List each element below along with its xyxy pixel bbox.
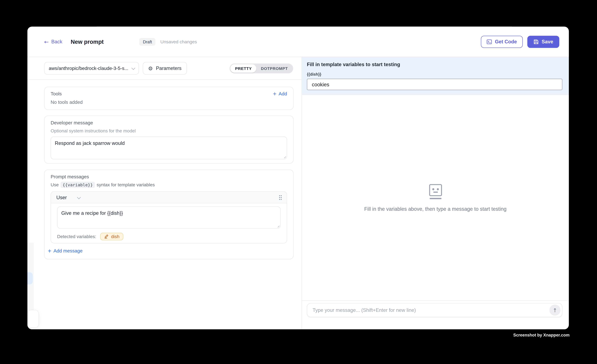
detected-variables-row: Detected variables: dish <box>57 232 281 240</box>
composer-section: ↑ <box>302 300 569 329</box>
variable-dish-input[interactable] <box>307 79 562 90</box>
parameters-button[interactable]: ⚙ Parameters <box>143 62 187 75</box>
add-tool-label: Add <box>279 91 287 96</box>
chat-message-input[interactable] <box>307 307 550 313</box>
message-block: User <box>51 191 287 243</box>
plus-icon: + <box>48 248 52 254</box>
developer-message-field-wrap: Respond as jack sparrow would <box>51 136 287 159</box>
tools-empty-text: No tools added <box>51 100 287 105</box>
toggle-option-pretty[interactable]: PRETTY <box>230 64 256 73</box>
unsaved-changes-text: Unsaved changes <box>160 39 197 44</box>
main-area: aws/anthropic/bedrock-claude-3-5-s... ⚙ … <box>27 57 569 329</box>
save-button[interactable]: Save <box>527 36 559 48</box>
variable-dish-label: {{dish}} <box>307 72 562 76</box>
variable-syntax-chip: {{variable}} <box>61 182 95 188</box>
save-icon <box>533 39 539 44</box>
composer-box: ↑ <box>307 303 562 317</box>
header: ← Back New prompt Draft Unsaved changes … <box>27 27 569 57</box>
view-mode-toggle: PRETTY DOTPROMPT <box>230 63 293 73</box>
watermark-text: Screenshot by Xnapper.com <box>513 333 570 337</box>
message-role-selector[interactable]: User <box>56 195 80 200</box>
prompt-editor-panel: aws/anthropic/bedrock-claude-3-5-s... ⚙ … <box>27 57 302 329</box>
developer-message-title: Developer message <box>51 120 287 126</box>
hint-suffix: syntax for template variables <box>97 182 155 187</box>
chat-empty-state-text: Fill in the variables above, then type a… <box>364 206 506 212</box>
back-label: Back <box>51 39 62 45</box>
parameters-label: Parameters <box>156 65 181 71</box>
chevron-down-icon <box>77 195 81 199</box>
add-message-label: Add message <box>54 248 82 253</box>
hint-prefix: Use <box>51 182 59 187</box>
get-code-button[interactable]: Get Code <box>481 36 523 48</box>
editor-content: Tools + Add No tools added Developer mes… <box>27 87 301 259</box>
message-body: Give me a recipe for {{dish}} <box>51 203 287 228</box>
tools-title: Tools <box>51 91 62 96</box>
left-edge-selection-fragment <box>27 272 33 284</box>
message-input[interactable]: Give me a recipe for {{dish}} <box>57 206 281 229</box>
add-message-button[interactable]: + Add message <box>48 248 287 254</box>
message-role-value: User <box>56 195 67 200</box>
tools-card: Tools + Add No tools added <box>44 87 294 110</box>
header-actions: Get Code Save <box>481 36 559 48</box>
get-code-label: Get Code <box>495 39 517 45</box>
send-button[interactable]: ↑ <box>549 305 560 316</box>
model-selector[interactable]: aws/anthropic/bedrock-claude-3-5-s... <box>44 62 139 75</box>
plus-icon: + <box>273 91 277 97</box>
back-arrow-icon: ← <box>44 39 49 44</box>
template-variables-heading: Fill in template variables to start test… <box>307 62 562 67</box>
robot-icon <box>429 184 442 199</box>
chat-area: Fill in the variables above, then type a… <box>302 95 569 300</box>
prompt-messages-card: Prompt messages Use {{variable}} syntax … <box>44 170 294 259</box>
send-arrow-icon: ↑ <box>553 307 557 313</box>
model-selector-value: aws/anthropic/bedrock-claude-3-5-s... <box>49 66 132 71</box>
toggle-option-dotprompt[interactable]: DOTPROMPT <box>256 64 292 73</box>
template-syntax-hint: Use {{variable}} syntax for template var… <box>51 182 287 188</box>
developer-message-input[interactable]: Respond as jack sparrow would <box>51 136 287 159</box>
variable-chip-dish[interactable]: dish <box>100 233 123 240</box>
app-window: ← Back New prompt Draft Unsaved changes … <box>27 27 569 329</box>
prompt-messages-title: Prompt messages <box>51 174 287 179</box>
page-title: New prompt <box>71 38 104 45</box>
back-button[interactable]: ← Back <box>44 39 63 45</box>
chevron-down-icon <box>132 66 135 70</box>
drag-handle-icon[interactable] <box>279 195 282 200</box>
add-tool-button[interactable]: + Add <box>273 91 287 97</box>
left-edge-card-fragment <box>27 310 39 328</box>
test-panel: Fill in template variables to start test… <box>302 57 569 329</box>
draft-status-badge: Draft <box>140 38 155 46</box>
editor-toolbar: aws/anthropic/bedrock-claude-3-5-s... ⚙ … <box>27 57 301 80</box>
message-field-wrap: Give me a recipe for {{dish}} <box>57 206 281 229</box>
template-variables-section: Fill in template variables to start test… <box>302 57 569 95</box>
stage: ← Back New prompt Draft Unsaved changes … <box>0 0 597 364</box>
gear-icon: ⚙ <box>148 66 153 71</box>
tools-card-header: Tools + Add <box>51 91 287 97</box>
edit-pencil-icon <box>104 234 109 239</box>
save-label: Save <box>542 39 553 45</box>
message-header: User <box>51 192 287 203</box>
variable-chip-name: dish <box>111 234 119 239</box>
developer-message-subtitle: Optional system instructions for the mod… <box>51 128 287 134</box>
detected-variables-label: Detected variables: <box>57 234 96 239</box>
terminal-icon <box>487 39 492 44</box>
developer-message-card: Developer message Optional system instru… <box>44 116 294 164</box>
